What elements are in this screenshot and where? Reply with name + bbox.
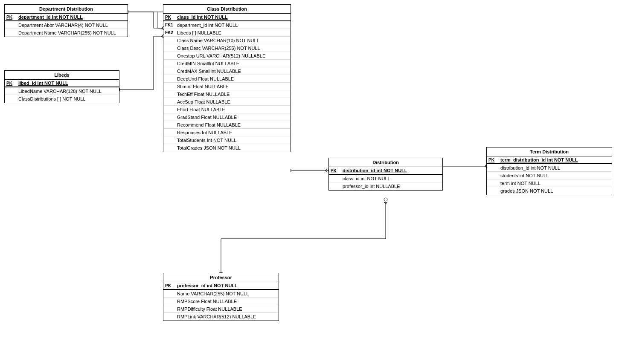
table-row: PK term_distribution_id int NOT NULL xyxy=(487,156,612,164)
row-text: RMPLink VARCHAR(512) NULLABLE xyxy=(177,314,256,319)
table-row: GradStand Float NULLABLE xyxy=(163,113,291,121)
row-text: RMPScore Float NULLABLE xyxy=(177,299,237,304)
table-row: AccSup Float NULLABLE xyxy=(163,98,291,106)
row-prefix: FK1 xyxy=(165,23,177,27)
row-text: professor_id int NULLABLE xyxy=(343,184,400,189)
table-row: TotalGrades JSON NOT NULL xyxy=(163,144,291,152)
entity-term-distribution: Term Distribution PK term_distribution_i… xyxy=(486,147,612,195)
table-row: RMPScore Float NULLABLE xyxy=(163,298,279,305)
row-text: Class Name VARCHAR(10) NOT NULL xyxy=(177,38,259,43)
table-row: FK2 Libeds [ ] NULLABLE xyxy=(163,29,291,37)
row-text: Libeds [ ] NULLABLE xyxy=(177,30,221,35)
row-text: distribution_id int NOT NULL xyxy=(343,168,407,173)
table-row: grades JSON NOT NULL xyxy=(487,187,612,195)
row-text: Effort Float NULLABLE xyxy=(177,107,225,112)
row-text: CredMIN SmallInt NULLABLE xyxy=(177,61,239,66)
entity-libeds: Libeds PK libed_id int NOT NULL LibedNam… xyxy=(4,70,119,103)
table-row: DeepUnd Float NULLABLE xyxy=(163,75,291,83)
row-text: Recommend Float NULLABLE xyxy=(177,122,241,127)
row-text: Responses Int NULLABLE xyxy=(177,130,232,135)
entity-distribution: Distribution PK distribution_id int NOT … xyxy=(328,158,443,191)
table-row: PK libed_id int NOT NULL xyxy=(5,80,119,87)
table-row: class_id int NOT NULL xyxy=(329,175,442,182)
table-row: RMPLink VARCHAR(512) NULLABLE xyxy=(163,313,279,321)
row-text: department_id int NOT NULL xyxy=(18,14,83,20)
row-prefix: PK xyxy=(488,158,500,162)
row-text: term int NOT NULL xyxy=(500,181,541,186)
table-row: ClassDistributions [ ] NOT NULL xyxy=(5,95,119,103)
table-row: Name VARCHAR(255) NOT NULL xyxy=(163,290,279,298)
table-row: StimInt Float NULLABLE xyxy=(163,83,291,90)
table-row: PK distribution_id int NOT NULL xyxy=(329,167,442,175)
row-text: AccSup Float NULLABLE xyxy=(177,99,230,104)
row-text: Class Desc VARCHAR(255) NOT NULL xyxy=(177,46,260,51)
table-row: Department Abbr VARCHAR(4) NOT NULL xyxy=(5,21,128,29)
table-row: CredMAX SmallInt NULLABLE xyxy=(163,67,291,75)
table-row: FK1 department_id int NOT NULL xyxy=(163,21,291,29)
table-row: PK professor_id int NOT NULL xyxy=(163,282,279,290)
row-text: CredMAX SmallInt NULLABLE xyxy=(177,69,241,74)
entity-header-professor: Professor xyxy=(163,273,279,282)
row-text: term_distribution_id int NOT NULL xyxy=(500,157,578,162)
row-text: RMPDifficulty Float NULLABLE xyxy=(177,306,242,312)
table-row: PK class_id int NOT NULL xyxy=(163,14,291,21)
row-prefix: PK xyxy=(6,81,18,86)
table-row: distribution_id int NOT NULL xyxy=(487,164,612,172)
svg-line-19 xyxy=(325,169,328,170)
entity-professor: Professor PK professor_id int NOT NULL N… xyxy=(163,273,279,321)
table-row: Class Desc VARCHAR(255) NOT NULL xyxy=(163,44,291,52)
row-text: Onestop URL VARCHAR(512) NULLABLE xyxy=(177,53,265,58)
table-row: professor_id int NULLABLE xyxy=(329,182,442,190)
entity-header-term-distribution: Term Distribution xyxy=(487,147,612,156)
entity-department-distribution: Department Distribution PK department_id… xyxy=(4,4,128,37)
row-prefix: FK2 xyxy=(165,30,177,35)
row-text: class_id int NOT NULL xyxy=(343,176,390,181)
row-text: class_id int NOT NULL xyxy=(177,14,228,20)
table-row: TechEff Float NULLABLE xyxy=(163,90,291,98)
table-row: CredMIN SmallInt NULLABLE xyxy=(163,60,291,67)
table-row: students int NOT NULL xyxy=(487,172,612,179)
table-row: Onestop URL VARCHAR(512) NULLABLE xyxy=(163,52,291,60)
row-text: StimInt Float NULLABLE xyxy=(177,84,229,89)
table-row: Department Name VARCHAR(255) NOT NULL xyxy=(5,29,128,37)
table-row: TotalStudents Int NOT NULL xyxy=(163,136,291,144)
row-text: Department Abbr VARCHAR(4) NOT NULL xyxy=(18,23,108,28)
row-prefix: PK xyxy=(165,283,177,288)
row-text: LibedName VARCHAR(128) NOT NULL xyxy=(18,89,102,94)
svg-point-34 xyxy=(384,198,387,201)
row-prefix: PK xyxy=(6,15,18,20)
entity-class-distribution: Class Distribution PK class_id int NOT N… xyxy=(163,4,291,152)
row-text: students int NOT NULL xyxy=(500,173,549,178)
entity-header-libeds: Libeds xyxy=(5,71,119,80)
table-row: Responses Int NULLABLE xyxy=(163,129,291,136)
row-text: TotalStudents Int NOT NULL xyxy=(177,138,236,143)
table-row: LibedName VARCHAR(128) NOT NULL xyxy=(5,87,119,95)
row-text: TechEff Float NULLABLE xyxy=(177,92,230,97)
row-text: libed_id int NOT NULL xyxy=(18,81,68,86)
erd-diagram: Department Distribution PK department_id… xyxy=(0,0,619,364)
svg-line-31 xyxy=(386,202,387,204)
row-text: ClassDistributions [ ] NOT NULL xyxy=(18,96,86,101)
row-text: DeepUnd Float NULLABLE xyxy=(177,76,234,81)
row-text: grades JSON NOT NULL xyxy=(500,188,553,194)
entity-header-distribution: Distribution xyxy=(329,158,442,167)
row-prefix: PK xyxy=(165,15,177,20)
table-row: RMPDifficulty Float NULLABLE xyxy=(163,305,279,313)
row-prefix: PK xyxy=(331,168,343,173)
svg-line-20 xyxy=(325,170,328,172)
row-text: Department Name VARCHAR(255) NOT NULL xyxy=(18,30,116,35)
row-text: professor_id int NOT NULL xyxy=(177,283,238,288)
table-row: Effort Float NULLABLE xyxy=(163,106,291,113)
row-text: TotalGrades JSON NOT NULL xyxy=(177,145,241,150)
entity-header-class-distribution: Class Distribution xyxy=(163,5,291,14)
table-row: Recommend Float NULLABLE xyxy=(163,121,291,129)
table-row: Class Name VARCHAR(10) NOT NULL xyxy=(163,37,291,44)
entity-header-department-distribution: Department Distribution xyxy=(5,5,128,14)
table-row: term int NOT NULL xyxy=(487,179,612,187)
svg-line-30 xyxy=(384,202,386,204)
row-text: department_id int NOT NULL xyxy=(177,23,238,28)
row-text: distribution_id int NOT NULL xyxy=(500,165,560,170)
row-text: GradStand Float NULLABLE xyxy=(177,115,237,120)
table-row: PK department_id int NOT NULL xyxy=(5,14,128,21)
row-text: Name VARCHAR(255) NOT NULL xyxy=(177,291,249,296)
